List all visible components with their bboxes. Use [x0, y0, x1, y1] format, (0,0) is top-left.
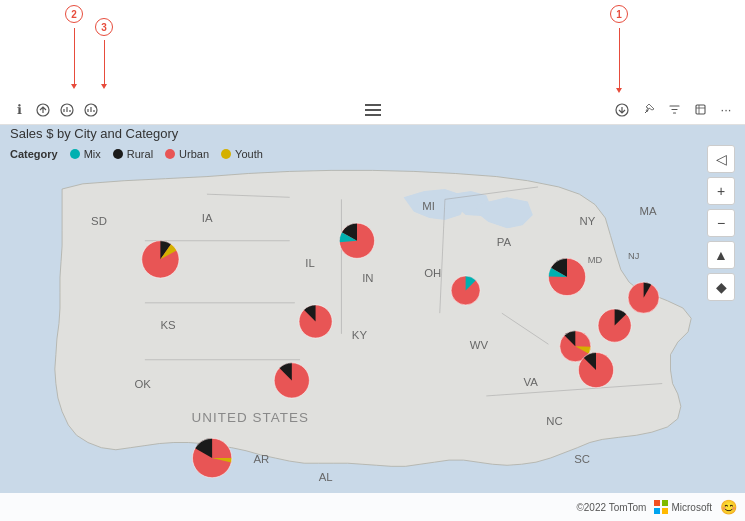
svg-text:OK: OK — [135, 378, 152, 390]
ms-sq-yellow — [662, 508, 668, 514]
toolbar-left: ℹ + — [10, 101, 100, 119]
annotation-line-3 — [104, 40, 105, 86]
annotation-3: 3 — [95, 18, 113, 36]
svg-text:NC: NC — [546, 415, 562, 427]
ms-sq-red — [654, 500, 660, 506]
svg-text:SC: SC — [574, 453, 590, 465]
expand-icon[interactable] — [691, 101, 709, 119]
collapse-panel-button[interactable]: ◁ — [707, 145, 735, 173]
svg-text:WV: WV — [470, 339, 489, 351]
legend-text-urban: Urban — [179, 148, 209, 160]
chart-icon[interactable] — [58, 101, 76, 119]
svg-text:VA: VA — [524, 376, 539, 388]
annotation-line-2 — [74, 28, 75, 86]
svg-text:PA: PA — [497, 236, 512, 248]
svg-text:IA: IA — [202, 212, 213, 224]
legend-item-rural: Rural — [113, 148, 153, 160]
zoom-out-button[interactable]: − — [707, 209, 735, 237]
svg-text:+: + — [94, 103, 97, 109]
annotation-arrow-2 — [71, 84, 77, 89]
legend-label: Category — [10, 148, 58, 160]
legend-dot-urban — [165, 149, 175, 159]
legend-dot-mix — [70, 149, 80, 159]
toolbar: ℹ + — [0, 95, 745, 125]
annotation-line-1 — [619, 28, 620, 90]
download-icon[interactable] — [613, 101, 631, 119]
copyright-text: ©2022 TomTom — [576, 502, 646, 513]
map-controls: ◁ + − ▲ ◆ — [707, 145, 735, 301]
pin-icon[interactable] — [639, 101, 657, 119]
add-chart-icon[interactable]: + — [82, 101, 100, 119]
toolbar-right: ··· — [613, 101, 735, 119]
compass-button[interactable]: ▲ — [707, 241, 735, 269]
microsoft-label: Microsoft — [671, 502, 712, 513]
feedback-icon[interactable]: 😊 — [720, 499, 737, 515]
legend-item-mix: Mix — [70, 148, 101, 160]
main-container: 1 2 3 ℹ + — [0, 0, 745, 521]
annotation-arrow-1 — [616, 88, 622, 93]
ms-sq-green — [662, 500, 668, 506]
legend-dot-rural — [113, 149, 123, 159]
svg-text:NJ: NJ — [628, 251, 639, 261]
svg-text:IL: IL — [305, 257, 315, 269]
microsoft-logo: Microsoft — [654, 500, 712, 514]
legend-item-youth: Youth — [221, 148, 263, 160]
legend-dot-youth — [221, 149, 231, 159]
svg-text:IN: IN — [362, 272, 373, 284]
ms-sq-blue — [654, 508, 660, 514]
annotation-arrow-3 — [101, 84, 107, 89]
legend-item-urban: Urban — [165, 148, 209, 160]
svg-text:MD: MD — [588, 256, 603, 266]
legend-text-mix: Mix — [84, 148, 101, 160]
svg-text:MI: MI — [422, 200, 435, 212]
svg-text:UNITED STATES: UNITED STATES — [191, 410, 308, 425]
more-icon[interactable]: ··· — [717, 101, 735, 119]
upload-icon[interactable] — [34, 101, 52, 119]
svg-text:KS: KS — [160, 319, 176, 331]
legend-text-youth: Youth — [235, 148, 263, 160]
svg-text:KY: KY — [352, 329, 368, 341]
annotation-2: 2 — [65, 5, 83, 23]
location-button[interactable]: ◆ — [707, 273, 735, 301]
svg-text:SD: SD — [91, 215, 107, 227]
zoom-in-button[interactable]: + — [707, 177, 735, 205]
info-icon[interactable]: ℹ — [10, 101, 28, 119]
svg-text:MA: MA — [639, 205, 656, 217]
hamburger-menu[interactable] — [365, 104, 381, 116]
legend: Category Mix Rural Urban Youth — [10, 148, 263, 160]
filter-icon[interactable] — [665, 101, 683, 119]
ms-squares-icon — [654, 500, 668, 514]
svg-rect-6 — [696, 105, 705, 114]
svg-text:OH: OH — [424, 267, 441, 279]
chart-title: Sales $ by City and Category — [10, 126, 178, 141]
svg-text:NY: NY — [579, 215, 595, 227]
annotation-1: 1 — [610, 5, 628, 23]
svg-text:AR: AR — [254, 453, 270, 465]
legend-text-rural: Rural — [127, 148, 153, 160]
bottom-bar: ©2022 TomTom Microsoft 😊 — [0, 493, 745, 521]
svg-text:AL: AL — [319, 471, 333, 483]
